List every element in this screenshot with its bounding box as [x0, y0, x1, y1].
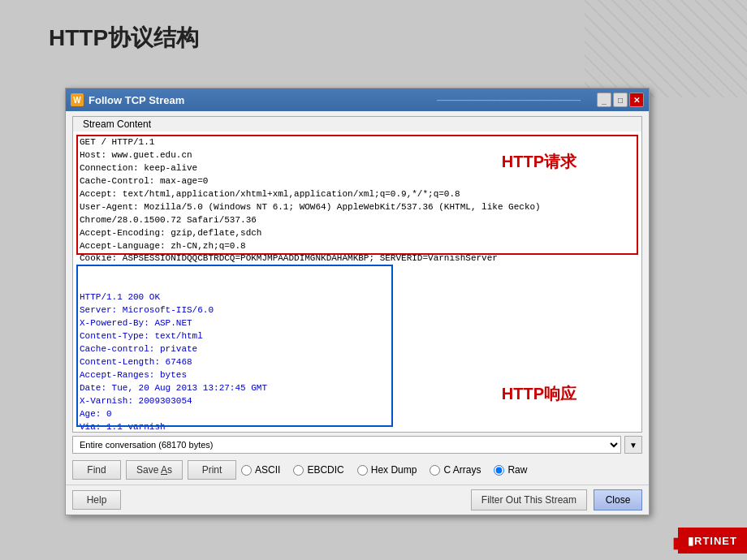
- conversation-dropdown-arrow[interactable]: ▼: [624, 436, 642, 454]
- radio-ebcdic[interactable]: EBCDIC: [293, 464, 343, 476]
- find-button[interactable]: Find: [72, 460, 121, 480]
- conversation-dropdown[interactable]: Entire conversation (68170 bytes): [72, 436, 621, 454]
- encoding-radio-group: ASCII EBCDIC Hex Dump C Arrays Raw: [241, 464, 642, 476]
- fortinet-text: ▮RTINET: [688, 535, 737, 547]
- conversation-row: Entire conversation (68170 bytes) ▼: [66, 433, 649, 457]
- maximize-button[interactable]: □: [613, 93, 628, 107]
- raw-radio[interactable]: [494, 465, 504, 476]
- stream-content-group: Stream Content HTTP请求 HTTP响应 GET / HTTP/…: [72, 116, 642, 433]
- group-label: Stream Content: [80, 118, 154, 130]
- save-as-button[interactable]: Save As: [126, 460, 183, 480]
- hexdump-label: Hex Dump: [371, 464, 417, 476]
- carrays-radio[interactable]: [430, 465, 440, 476]
- ebcdic-label: EBCDIC: [307, 464, 343, 476]
- stream-content-area[interactable]: HTTP请求 HTTP响应 GET / HTTP/1.1 Host: www.g…: [73, 131, 641, 432]
- print-button[interactable]: Print: [188, 460, 236, 480]
- radio-raw[interactable]: Raw: [494, 464, 527, 476]
- minimize-button[interactable]: _: [597, 93, 611, 107]
- titlebar-icon: W: [71, 93, 84, 106]
- ascii-radio[interactable]: [241, 465, 252, 476]
- page-title: HTTP协议结构: [49, 23, 199, 54]
- close-icon-button[interactable]: ✕: [629, 93, 644, 107]
- help-button[interactable]: Help: [72, 490, 121, 510]
- close-dialog-button[interactable]: Close: [594, 489, 642, 510]
- titlebar: W Follow TCP Stream ────────────────────…: [66, 88, 649, 111]
- titlebar-extra: ─────────────────────────: [437, 96, 581, 105]
- ascii-label: ASCII: [255, 464, 280, 476]
- stream-text-content: GET / HTTP/1.1 Host: www.guet.edu.cn Con…: [73, 131, 641, 432]
- radio-hexdump[interactable]: Hex Dump: [357, 464, 417, 476]
- fortinet-banner: ▮RTINET: [678, 528, 747, 554]
- bottom-button-row: Help Filter Out This Stream Close: [66, 485, 649, 515]
- tcp-stream-dialog: W Follow TCP Stream ────────────────────…: [65, 88, 650, 515]
- filter-out-button[interactable]: Filter Out This Stream: [471, 489, 587, 510]
- radio-ascii[interactable]: ASCII: [241, 464, 280, 476]
- button-row-1: Find Save As Print ASCII EBCDIC Hex Dump…: [66, 457, 649, 483]
- carrays-label: C Arrays: [443, 464, 481, 476]
- ebcdic-radio[interactable]: [293, 465, 304, 476]
- titlebar-title: Follow TCP Stream: [89, 94, 437, 106]
- hexdump-radio[interactable]: [357, 465, 368, 476]
- radio-carrays[interactable]: C Arrays: [430, 464, 481, 476]
- titlebar-controls: _ □ ✕: [597, 93, 644, 107]
- raw-label: Raw: [507, 464, 527, 476]
- save-as-label: Save As: [136, 464, 172, 476]
